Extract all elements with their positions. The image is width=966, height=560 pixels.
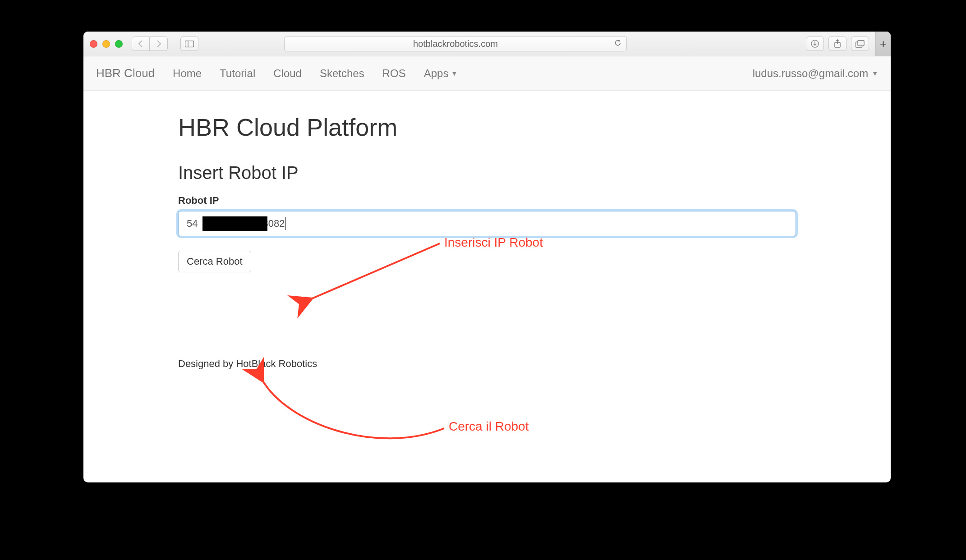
window-close-button[interactable] — [90, 40, 97, 48]
nav-link-cloud[interactable]: Cloud — [273, 67, 302, 80]
site-navbar: HBR Cloud Home Tutorial Cloud Sketches R… — [83, 56, 891, 91]
titlebar: hotblackrobotics.com + — [83, 32, 891, 56]
robot-ip-input[interactable]: 54 3082 — [178, 211, 796, 236]
redacted-region — [202, 216, 267, 231]
window-controls — [90, 40, 123, 48]
nav-link-sketches[interactable]: Sketches — [320, 67, 364, 80]
footer-text: Designed by HotBlack Robotics — [178, 358, 796, 370]
nav-link-apps[interactable]: Apps ▼ — [424, 67, 458, 80]
url-text: hotblackrobotics.com — [413, 39, 498, 49]
page-title: HBR Cloud Platform — [178, 113, 796, 141]
chevron-down-icon: ▼ — [451, 70, 457, 77]
window-minimize-button[interactable] — [102, 40, 110, 48]
search-robot-button[interactable]: Cerca Robot — [178, 251, 251, 272]
browser-window: hotblackrobotics.com + HBR Cloud Home Tu… — [83, 32, 891, 482]
user-email: ludus.russo@gmail.com — [753, 67, 868, 80]
svg-rect-5 — [858, 40, 864, 46]
downloads-button[interactable] — [806, 37, 824, 51]
nav-forward-button[interactable] — [150, 37, 168, 51]
address-bar[interactable]: hotblackrobotics.com — [284, 36, 627, 51]
main-content: HBR Cloud Platform Insert Robot IP Robot… — [83, 91, 891, 383]
nav-link-home[interactable]: Home — [173, 67, 202, 80]
robot-ip-input-wrap: 54 3082 — [178, 211, 796, 236]
new-tab-button[interactable]: + — [875, 32, 891, 56]
nav-link-apps-label: Apps — [424, 67, 449, 80]
ip-visible-prefix: 54 — [187, 218, 198, 230]
window-maximize-button[interactable] — [115, 40, 123, 48]
nav-link-ros[interactable]: ROS — [382, 67, 406, 80]
chevron-down-icon: ▼ — [872, 70, 878, 77]
text-cursor — [285, 217, 286, 230]
reload-icon[interactable] — [614, 39, 622, 49]
user-menu[interactable]: ludus.russo@gmail.com ▼ — [753, 67, 878, 80]
robot-ip-label: Robot IP — [178, 195, 796, 207]
share-button[interactable] — [828, 37, 846, 51]
brand[interactable]: HBR Cloud — [96, 66, 155, 80]
page-subtitle: Insert Robot IP — [178, 163, 796, 183]
nav-back-button[interactable] — [132, 37, 150, 51]
tabs-button[interactable] — [851, 37, 869, 51]
sidebar-toggle-button[interactable] — [180, 37, 198, 51]
annotation-button-hint: Cerca il Robot — [449, 419, 529, 434]
svg-rect-0 — [185, 41, 194, 47]
nav-link-tutorial[interactable]: Tutorial — [220, 67, 255, 80]
